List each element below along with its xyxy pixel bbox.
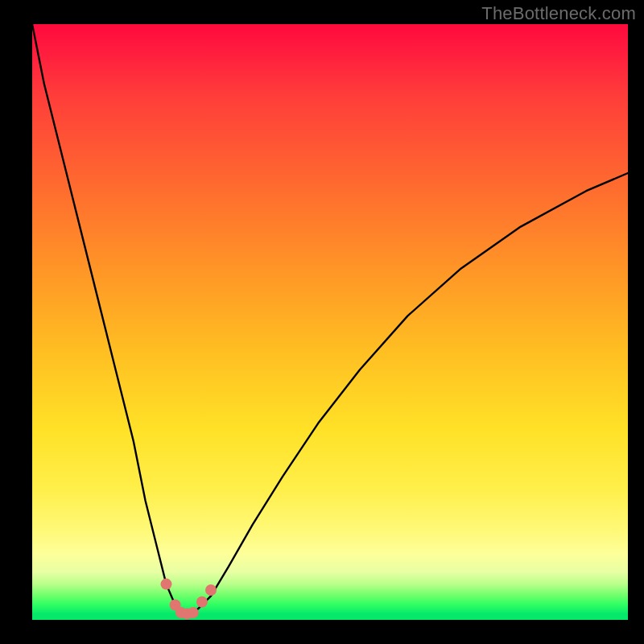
bottleneck-curve-svg <box>32 24 628 620</box>
marker-dot <box>188 607 199 618</box>
watermark-text: TheBottleneck.com <box>481 3 636 24</box>
marker-dot <box>161 579 172 590</box>
plot-area <box>32 24 628 620</box>
chart-frame: TheBottleneck.com <box>0 0 644 644</box>
marker-dot <box>205 584 217 596</box>
bottleneck-curve <box>32 24 628 614</box>
marker-dot <box>196 597 208 608</box>
